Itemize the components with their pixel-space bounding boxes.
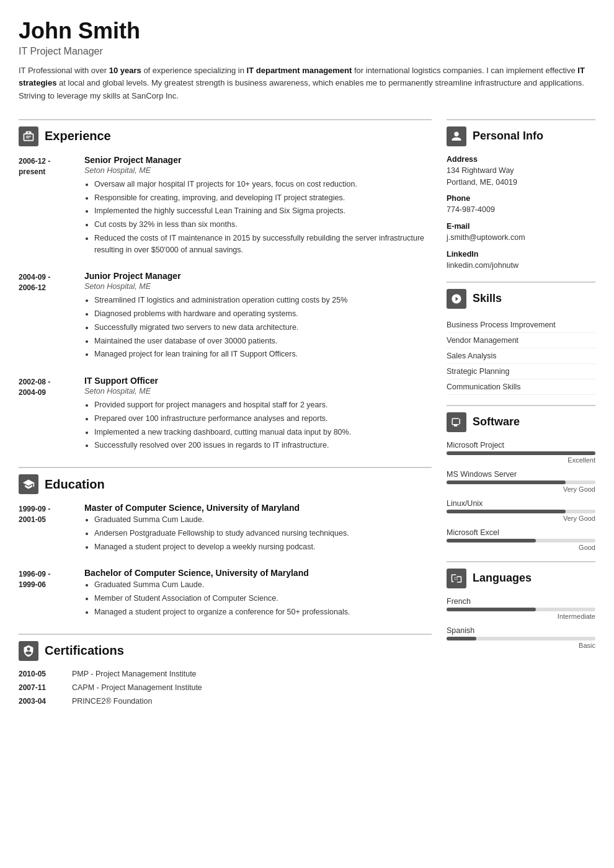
phone-block: Phone 774-987-4009 <box>447 194 595 216</box>
entry-bullets: Graduated Summa Cum Laude.Member of Stud… <box>84 579 432 618</box>
bullet: Implemented the highly successful Lean T… <box>94 205 432 217</box>
bullet: Oversaw all major hospital IT projects f… <box>94 179 432 190</box>
skills-header: Skills <box>447 281 595 309</box>
software-bar-fill <box>447 510 566 513</box>
education-entry: 1999-09 -2001-05 Master of Computer Scie… <box>19 503 432 554</box>
bullet: Reduced the costs of IT maintenance in 2… <box>94 232 432 256</box>
candidate-title: IT Project Manager <box>19 46 595 57</box>
bullet: Provided support for project managers an… <box>94 399 432 411</box>
phone-label: Phone <box>447 194 595 203</box>
languages-list: French Intermediate Spanish Basic <box>447 597 595 649</box>
software-bar-fill <box>447 451 595 455</box>
education-header: Education <box>19 467 432 494</box>
email-label: E-mail <box>447 222 595 231</box>
software-list: Microsoft Project Excellent MS Windows S… <box>447 441 595 551</box>
personal-info-content: Address 134 Rightward WayPortland, ME, 0… <box>447 155 595 272</box>
language-item: French Intermediate <box>447 597 595 620</box>
languages-title: Languages <box>473 572 532 585</box>
language-rating: Intermediate <box>447 613 595 620</box>
entry-degree: Master of Computer Science, University o… <box>84 503 432 513</box>
left-column: Experience 2006-12 -present Senior Proje… <box>19 119 432 711</box>
skills-title: Skills <box>473 292 502 305</box>
language-rating: Basic <box>447 642 595 649</box>
entry-degree: Bachelor of Computer Science, University… <box>84 568 432 578</box>
software-bar-track <box>447 510 595 513</box>
language-bar-fill <box>447 608 536 611</box>
certifications-icon <box>19 641 38 661</box>
experience-entry: 2002-08 -2004-09 IT Support Officer Seto… <box>19 376 432 453</box>
entry-date: 1999-09 -2001-05 <box>19 503 74 554</box>
entry-bullets: Oversaw all major hospital IT projects f… <box>84 179 432 256</box>
education-title: Education <box>45 477 105 492</box>
bullet: Graduated Summa Cum Laude. <box>94 514 432 526</box>
skill-item: Business Process Improvement <box>447 317 595 333</box>
personal-info-title: Personal Info <box>473 130 543 143</box>
email-value: j.smith@uptowork.com <box>447 232 595 244</box>
software-bar-track <box>447 451 595 455</box>
bullet: Successfully migrated two servers to new… <box>94 322 432 334</box>
software-item: Microsoft Excel Good <box>447 528 595 551</box>
experience-list: 2006-12 -present Senior Project Manager … <box>19 155 432 453</box>
languages-icon <box>447 569 466 588</box>
languages-header: Languages <box>447 561 595 588</box>
entry-date: 2002-08 -2004-09 <box>19 376 74 453</box>
linkedin-value: linkedin.com/johnutw <box>447 260 595 272</box>
svg-rect-0 <box>26 136 31 136</box>
software-icon <box>447 412 466 432</box>
bullet: Andersen Postgraduate Fellowship to stud… <box>94 528 432 539</box>
address-label: Address <box>447 155 595 164</box>
skill-item: Strategic Planning <box>447 364 595 379</box>
software-bar-track <box>447 480 595 484</box>
personal-info-header: Personal Info <box>447 119 595 146</box>
entry-date: 2004-09 -2006-12 <box>19 271 74 362</box>
language-bar-track <box>447 637 595 640</box>
entry-role: Junior Project Manager <box>84 271 432 281</box>
cert-date: 2003-04 <box>19 697 62 706</box>
entry-company: Seton Hospital, ME <box>84 387 432 396</box>
language-bar-fill <box>447 637 476 640</box>
software-rating: Very Good <box>447 515 595 522</box>
education-icon <box>19 474 38 494</box>
language-bar-track <box>447 608 595 611</box>
summary-text: IT Professional with over 10 years of ex… <box>19 64 595 103</box>
entry-content: Senior Project Manager Seton Hospital, M… <box>84 155 432 258</box>
language-item: Spanish Basic <box>447 626 595 649</box>
entry-date: 1996-09 -1999-06 <box>19 568 74 619</box>
entry-role: Senior Project Manager <box>84 155 432 165</box>
cert-title: PRINCE2® Foundation <box>72 697 152 706</box>
bullet: Managed project for lean training for al… <box>94 348 432 360</box>
entry-date: 2006-12 -present <box>19 155 74 258</box>
software-rating: Excellent <box>447 456 595 464</box>
skills-icon <box>447 289 466 309</box>
certifications-header: Certifications <box>19 634 432 661</box>
linkedin-label: LinkedIn <box>447 250 595 259</box>
languages-section: Languages French Intermediate Spanish Ba… <box>447 561 595 649</box>
entry-role: IT Support Officer <box>84 376 432 386</box>
education-list: 1999-09 -2001-05 Master of Computer Scie… <box>19 503 432 620</box>
experience-header: Experience <box>19 119 432 146</box>
entry-bullets: Graduated Summa Cum Laude.Andersen Postg… <box>84 514 432 552</box>
personal-info-icon <box>447 126 466 146</box>
cert-title: PMP - Project Management Institute <box>72 670 197 678</box>
bullet: Implemented a new tracking dashboard, cu… <box>94 427 432 438</box>
software-rating: Good <box>447 544 595 551</box>
experience-icon <box>19 126 38 146</box>
email-block: E-mail j.smith@uptowork.com <box>447 222 595 244</box>
address-block: Address 134 Rightward WayPortland, ME, 0… <box>447 155 595 188</box>
language-name: Spanish <box>447 626 595 635</box>
bullet: Prepared over 100 infrastructure perform… <box>94 413 432 425</box>
software-bar-fill <box>447 480 566 484</box>
certifications-list: 2010-05 PMP - Project Management Institu… <box>19 670 432 706</box>
experience-entry: 2004-09 -2006-12 Junior Project Manager … <box>19 271 432 362</box>
skill-item: Sales Analysis <box>447 348 595 364</box>
bullet: Cut costs by 32% in less than six months… <box>94 219 432 231</box>
address-value: 134 Rightward WayPortland, ME, 04019 <box>447 165 595 188</box>
software-name: Microsoft Excel <box>447 528 595 537</box>
entry-content: Master of Computer Science, University o… <box>84 503 432 554</box>
bullet: Managed a student project to develop a w… <box>94 541 432 553</box>
education-section: Education 1999-09 -2001-05 Master of Com… <box>19 467 432 620</box>
software-section: Software Microsoft Project Excellent MS … <box>447 405 595 551</box>
language-name: French <box>447 597 595 606</box>
entry-bullets: Streamlined IT logistics and administrat… <box>84 294 432 360</box>
entry-content: Bachelor of Computer Science, University… <box>84 568 432 619</box>
